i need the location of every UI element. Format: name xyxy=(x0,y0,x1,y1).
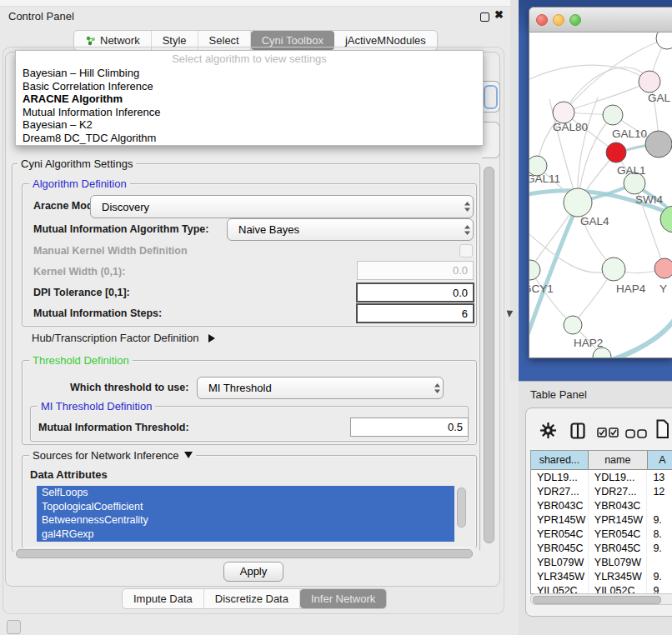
float-window-icon[interactable] xyxy=(480,12,489,22)
mi-type-value: Naive Bayes xyxy=(228,223,461,236)
new-table-icon[interactable] xyxy=(656,419,669,442)
zoom-traffic-light-icon[interactable] xyxy=(569,14,581,26)
network-canvas[interactable]: GALGAL80GAL10GAL1GAL11SWI4GAL4GCY1HAP4YH… xyxy=(529,32,672,358)
network-node-gal[interactable] xyxy=(639,71,660,92)
table-cell: YLR345W xyxy=(589,569,648,583)
network-node-gal1[interactable] xyxy=(606,142,626,162)
scrollbar-thumb[interactable] xyxy=(533,596,661,604)
dropdown-item-basic-correlation-inference[interactable]: Basic Correlation Inference xyxy=(16,80,483,93)
which-threshold-select[interactable]: MI Threshold xyxy=(197,377,444,399)
table-cell: YLR345W xyxy=(531,569,589,583)
table-row[interactable]: YBR045CYBR045C9. xyxy=(531,541,672,555)
mi-steps-field[interactable]: 6 xyxy=(356,303,474,323)
sources-toggle[interactable]: Sources for Network Inference xyxy=(29,449,196,462)
mi-type-label: Mutual Information Algorithm Type: xyxy=(33,223,208,235)
attribute-item-selfloops[interactable]: SelfLoops xyxy=(37,486,454,500)
panel-divider[interactable] xyxy=(510,0,519,381)
settings-horizontal-scrollbar[interactable] xyxy=(13,548,480,558)
tab-infer-network[interactable]: Infer Network xyxy=(300,589,386,608)
covered-combobox-fragment xyxy=(482,81,500,112)
network-node-gal4[interactable] xyxy=(564,188,592,217)
split-columns-icon[interactable] xyxy=(570,422,585,442)
network-node-hap2[interactable] xyxy=(564,316,582,334)
network-node-gcy1[interactable] xyxy=(529,260,540,280)
table-row[interactable]: YPR145WYPR145W9. xyxy=(531,512,672,527)
network-node[interactable] xyxy=(656,32,672,49)
attributes-scrollbar[interactable] xyxy=(456,487,465,541)
scrollbar-thumb[interactable] xyxy=(16,549,473,558)
attribute-item-betweennesscentrality[interactable]: BetweennessCentrality xyxy=(37,513,454,528)
spinner-arrows-icon xyxy=(431,382,443,394)
data-attributes-list[interactable]: SelfLoopsTopologicalCoefficientBetweenne… xyxy=(37,486,454,542)
table-row[interactable]: YBL079WYBL079W xyxy=(531,555,672,569)
aracne-mode-value: Discovery xyxy=(91,201,461,213)
settings-vertical-scrollbar[interactable] xyxy=(482,165,494,547)
column-header-name[interactable]: name xyxy=(589,451,648,469)
attribute-item-topologicalcoefficient[interactable]: TopologicalCoefficient xyxy=(37,500,454,514)
apply-button[interactable]: Apply xyxy=(223,562,283,582)
collapsed-arrow-icon xyxy=(208,334,215,342)
hub-section-toggle[interactable]: Hub/Transcription Factor Definition xyxy=(32,332,215,344)
kernel-width-field[interactable]: 0.0 xyxy=(357,261,474,280)
tab-label: jActiveMNodules xyxy=(345,34,426,47)
table-row[interactable]: YER054CYER054C8. xyxy=(531,527,672,541)
deselect-all-columns-icon[interactable] xyxy=(625,428,648,441)
close-traffic-light-icon[interactable] xyxy=(536,14,548,26)
dropdown-item-bayesian-k2[interactable]: Bayesian – K2 xyxy=(16,118,483,132)
table-cell: 9. xyxy=(647,512,672,527)
table-row[interactable]: YIL052CYIL052C9 xyxy=(531,583,672,593)
table-cell xyxy=(647,555,672,569)
table-cell: YER054C xyxy=(531,527,589,541)
network-graph: GALGAL80GAL10GAL1GAL11SWI4GAL4GCY1HAP4YH… xyxy=(529,32,672,358)
table-cell: 9. xyxy=(647,569,672,583)
table-row[interactable]: YBR043CYBR043C xyxy=(531,498,672,512)
table-cell: YBR043C xyxy=(589,498,648,512)
tab-impute-data[interactable]: Impute Data xyxy=(123,589,204,608)
scrollbar-thumb[interactable] xyxy=(484,167,494,543)
close-icon[interactable]: ✖ xyxy=(494,8,504,21)
select-all-columns-icon[interactable] xyxy=(597,428,619,440)
column-header-shared[interactable]: shared... xyxy=(531,451,589,469)
scrollbar-thumb[interactable] xyxy=(457,488,466,528)
table-horizontal-scrollbar[interactable] xyxy=(530,593,672,605)
dropdown-item-dream8-dc-tdc-algorithm[interactable]: Dream8 DC_TDC Algorithm xyxy=(16,132,483,145)
mi-threshold-field[interactable]: 0.5 xyxy=(350,418,469,437)
table-row[interactable]: YLR345WYLR345W9. xyxy=(531,569,672,583)
table-row[interactable]: YDL19...YDL19...13 xyxy=(531,470,672,484)
node-label: Y xyxy=(659,282,667,295)
dropdown-item-aracne-algorithm[interactable]: ARACNE Algorithm xyxy=(16,92,483,106)
network-node-gal10[interactable] xyxy=(603,105,623,125)
dropdown-item-mutual-information-inference[interactable]: Mutual Information Inference xyxy=(16,106,483,119)
tab-label: Discretize Data xyxy=(215,592,288,605)
tab-label: Style xyxy=(163,34,187,47)
top-strip xyxy=(0,0,510,7)
mi-algorithm-type-select[interactable]: Naive Bayes xyxy=(227,218,474,241)
cyni-mode-tabs: Impute DataDiscretize DataInfer Network xyxy=(122,588,387,609)
algorithm-dropdown: Select algorithm to view settings Bayesi… xyxy=(15,50,484,146)
dropdown-placeholder: Select algorithm to view settings xyxy=(16,51,483,67)
network-graph-icon xyxy=(85,35,96,46)
gear-icon[interactable] xyxy=(540,422,556,441)
minimize-traffic-light-icon[interactable] xyxy=(553,14,564,26)
table-cell: YBR045C xyxy=(531,541,589,555)
manual-kernel-checkbox[interactable] xyxy=(459,244,473,258)
table-row[interactable]: YDR27...YDR27...12 xyxy=(531,484,672,498)
group-title: Cyni Algorithm Settings xyxy=(18,158,136,170)
table-cell: YBL079W xyxy=(531,555,589,569)
tab-discretize-data[interactable]: Discretize Data xyxy=(204,589,300,608)
aracne-mode-select[interactable]: Discovery xyxy=(90,195,474,218)
node-label: HAP2 xyxy=(574,337,603,349)
column-header-a[interactable]: A xyxy=(648,451,672,469)
manual-kernel-label: Manual Kernel Width Definition xyxy=(33,245,188,257)
dpi-tolerance-field[interactable]: 0.0 xyxy=(356,282,474,302)
attribute-item-gal4rgexp[interactable]: gal4RGexp xyxy=(37,528,454,542)
network-window-titlebar[interactable] xyxy=(529,8,672,32)
network-node[interactable] xyxy=(645,131,672,158)
network-node-hap4[interactable] xyxy=(602,258,625,281)
focus-ring xyxy=(484,85,498,109)
table-cell: YDL19... xyxy=(589,470,648,484)
network-node-y[interactable] xyxy=(654,258,672,278)
node-attribute-table: shared...nameA YDL19...YDL19...13YDR27..… xyxy=(530,450,672,594)
dropdown-item-bayesian-hill-climbing[interactable]: Bayesian – Hill Climbing xyxy=(16,67,483,80)
collapsed-panel-icon[interactable] xyxy=(7,620,21,634)
